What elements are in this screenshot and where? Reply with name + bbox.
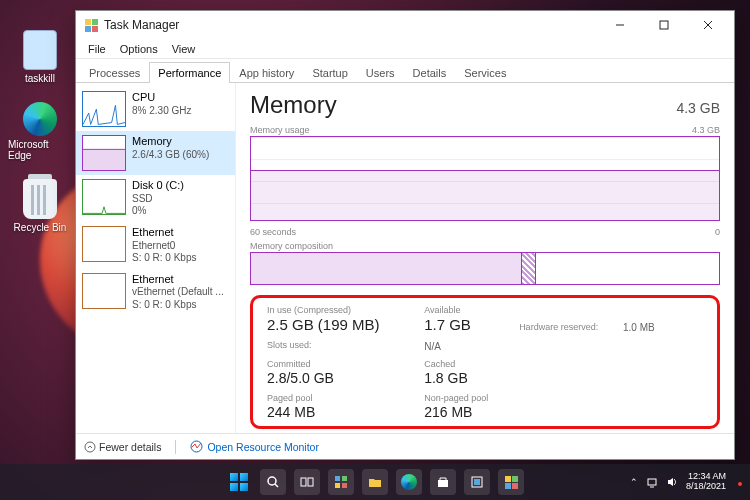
taskbar-apps bbox=[226, 469, 524, 495]
sidebar-item-sub: SSD bbox=[132, 193, 184, 206]
sidebar-item-sub2: 0% bbox=[132, 205, 184, 218]
content: CPU 8% 2.30 GHz Memory 2.6/4.3 GB (60%) bbox=[76, 83, 734, 433]
svg-point-8 bbox=[268, 477, 276, 485]
perf-main: Memory 4.3 GB Memory usage 4.3 GB 60 sec… bbox=[236, 83, 734, 433]
desktop-icon-taskkill[interactable]: taskkill bbox=[8, 30, 72, 84]
memory-usage-graph[interactable] bbox=[250, 136, 720, 221]
sidebar-item-title: CPU bbox=[132, 91, 191, 105]
taskbar-widgets[interactable] bbox=[328, 469, 354, 495]
tab-details[interactable]: Details bbox=[404, 62, 456, 83]
desktop-icon-edge[interactable]: Microsoft Edge bbox=[8, 102, 72, 161]
stat-label: Committed bbox=[267, 360, 418, 370]
perf-sidebar: CPU 8% 2.30 GHz Memory 2.6/4.3 GB (60%) bbox=[76, 83, 236, 433]
page-title: Memory bbox=[250, 91, 337, 119]
sidebar-item-ethernet-0[interactable]: Ethernet Ethernet0 S: 0 R: 0 Kbps bbox=[76, 222, 235, 269]
menu-view[interactable]: View bbox=[166, 41, 202, 57]
stat-available: 1.7 GB bbox=[424, 316, 513, 333]
desktop-icon-label: taskkill bbox=[25, 73, 55, 84]
tray-clock[interactable]: 12:34 AM 8/18/2021 bbox=[686, 472, 726, 492]
sidebar-item-sub: 2.6/4.3 GB (60%) bbox=[132, 149, 209, 162]
svg-rect-14 bbox=[335, 483, 340, 488]
tab-services[interactable]: Services bbox=[455, 62, 515, 83]
sidebar-item-title: Ethernet bbox=[132, 226, 196, 240]
svg-rect-4 bbox=[83, 149, 125, 170]
sidebar-item-disk[interactable]: Disk 0 (C:) SSD 0% bbox=[76, 175, 235, 222]
tabbar: Processes Performance App history Startu… bbox=[76, 59, 734, 83]
taskbar-task-manager[interactable] bbox=[498, 469, 524, 495]
svg-rect-12 bbox=[335, 476, 340, 481]
memory-composition-bar[interactable] bbox=[250, 252, 720, 285]
sidebar-item-ethernet-1[interactable]: Ethernet vEthernet (Default ... S: 0 R: … bbox=[76, 269, 235, 316]
window-title: Task Manager bbox=[104, 18, 598, 32]
sidebar-item-cpu[interactable]: CPU 8% 2.30 GHz bbox=[76, 87, 235, 131]
taskbar-vmware[interactable] bbox=[464, 469, 490, 495]
edge-icon bbox=[23, 102, 57, 136]
tab-users[interactable]: Users bbox=[357, 62, 404, 83]
svg-rect-15 bbox=[342, 483, 347, 488]
system-tray[interactable]: ⌃ 12:34 AM 8/18/2021 bbox=[630, 472, 744, 492]
stat-label: Cached bbox=[424, 360, 513, 370]
svg-point-6 bbox=[85, 442, 95, 452]
svg-rect-1 bbox=[660, 21, 668, 29]
cpu-sparkline bbox=[82, 91, 126, 127]
svg-line-9 bbox=[275, 484, 278, 487]
task-manager-icon bbox=[84, 18, 98, 32]
graph-label-left: Memory usage bbox=[250, 125, 310, 135]
stat-label: Hardware reserved: bbox=[519, 323, 617, 333]
taskbar-edge[interactable] bbox=[396, 469, 422, 495]
sidebar-item-title: Memory bbox=[132, 135, 209, 149]
desktop-icons: taskkill Microsoft Edge Recycle Bin bbox=[8, 30, 72, 233]
svg-rect-11 bbox=[308, 478, 313, 486]
ethernet-sparkline bbox=[82, 226, 126, 262]
composition-label: Memory composition bbox=[250, 241, 333, 251]
memory-total: 4.3 GB bbox=[676, 100, 720, 116]
ethernet-sparkline bbox=[82, 273, 126, 309]
titlebar[interactable]: Task Manager bbox=[76, 11, 734, 39]
stat-committed: 2.8/5.0 GB bbox=[267, 370, 418, 386]
sidebar-item-sub: Ethernet0 bbox=[132, 240, 196, 253]
text-file-icon bbox=[23, 30, 57, 70]
stat-label: In use (Compressed) bbox=[267, 306, 418, 316]
sidebar-item-memory[interactable]: Memory 2.6/4.3 GB (60%) bbox=[76, 131, 235, 175]
menu-file[interactable]: File bbox=[82, 41, 112, 57]
stat-inuse: 2.5 GB (199 MB) bbox=[267, 316, 418, 333]
taskbar-explorer[interactable] bbox=[362, 469, 388, 495]
stat-slots: N/A bbox=[424, 341, 513, 352]
open-resource-monitor-link[interactable]: Open Resource Monitor bbox=[190, 440, 318, 453]
close-button[interactable] bbox=[686, 11, 730, 39]
disk-sparkline bbox=[82, 179, 126, 215]
sidebar-item-title: Disk 0 (C:) bbox=[132, 179, 184, 193]
sidebar-item-title: Ethernet bbox=[132, 273, 224, 287]
tab-processes[interactable]: Processes bbox=[80, 62, 149, 83]
graph-time-left: 60 seconds bbox=[250, 227, 296, 237]
stat-nonpaged: 216 MB bbox=[424, 404, 513, 420]
tab-performance[interactable]: Performance bbox=[149, 62, 230, 83]
tray-date: 8/18/2021 bbox=[686, 482, 726, 492]
desktop-icon-label: Recycle Bin bbox=[14, 222, 67, 233]
taskbar-search[interactable] bbox=[260, 469, 286, 495]
notifications-button[interactable] bbox=[734, 472, 744, 492]
menu-options[interactable]: Options bbox=[114, 41, 164, 57]
volume-icon[interactable] bbox=[666, 476, 678, 488]
memory-stats-panel: In use (Compressed)2.5 GB (199 MB) Avail… bbox=[250, 295, 720, 429]
stat-label: Slots used: bbox=[267, 341, 418, 351]
tab-app-history[interactable]: App history bbox=[230, 62, 303, 83]
sidebar-item-sub: vEthernet (Default ... bbox=[132, 286, 224, 299]
task-manager-window: Task Manager File Options View Processes… bbox=[75, 10, 735, 460]
svg-rect-13 bbox=[342, 476, 347, 481]
start-button[interactable] bbox=[226, 469, 252, 495]
taskbar[interactable]: ⌃ 12:34 AM 8/18/2021 bbox=[0, 464, 750, 500]
menubar: File Options View bbox=[76, 39, 734, 59]
minimize-button[interactable] bbox=[598, 11, 642, 39]
stat-paged: 244 MB bbox=[267, 404, 418, 420]
taskbar-task-view[interactable] bbox=[294, 469, 320, 495]
fewer-details-button[interactable]: Fewer details bbox=[84, 441, 161, 453]
tray-chevron-up-icon[interactable]: ⌃ bbox=[630, 477, 638, 487]
fewer-details-label: Fewer details bbox=[99, 441, 161, 453]
desktop-icon-recycle-bin[interactable]: Recycle Bin bbox=[8, 179, 72, 233]
tab-startup[interactable]: Startup bbox=[303, 62, 356, 83]
maximize-button[interactable] bbox=[642, 11, 686, 39]
taskbar-store[interactable] bbox=[430, 469, 456, 495]
network-icon[interactable] bbox=[646, 476, 658, 488]
stat-label: Available bbox=[424, 306, 513, 316]
